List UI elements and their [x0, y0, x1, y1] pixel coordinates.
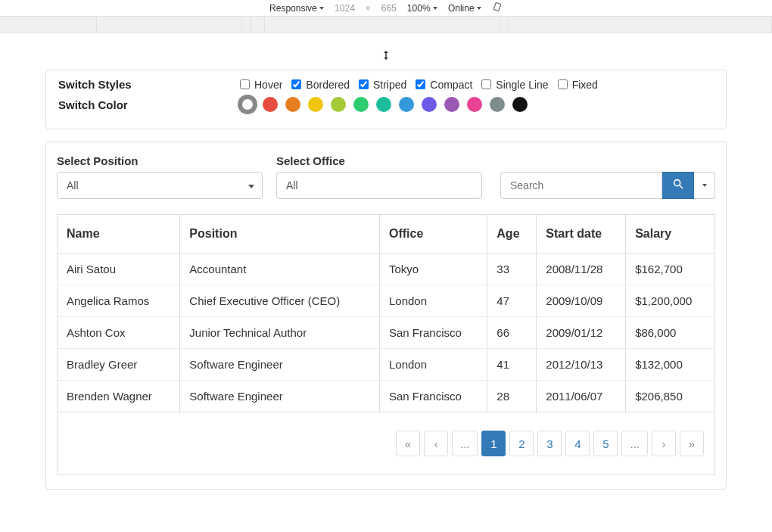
office-select[interactable]: All: [276, 172, 482, 199]
page-2[interactable]: 2: [509, 431, 534, 456]
style-option-label: Compact: [430, 79, 472, 91]
svg-rect-0: [493, 2, 501, 11]
style-option-hover[interactable]: Hover: [240, 79, 282, 91]
search-input[interactable]: [500, 172, 662, 199]
switch-styles-label: Switch Styles: [58, 78, 232, 91]
style-checkbox[interactable]: [240, 79, 250, 89]
table-cell: $1,200,000: [626, 285, 715, 317]
style-checkbox[interactable]: [416, 79, 425, 89]
page-ellipsis[interactable]: ...: [452, 431, 478, 456]
position-select-value: All: [67, 179, 79, 191]
svg-point-2: [674, 180, 680, 186]
table-cell: Software Engineer: [180, 349, 380, 381]
table-row: Angelica RamosChief Executive Officer (C…: [58, 285, 715, 317]
color-swatch[interactable]: [376, 97, 391, 112]
search-dropdown-toggle[interactable]: [694, 172, 715, 199]
table-row: Brenden WagnerSoftware EngineerSan Franc…: [58, 381, 715, 412]
table-header-cell[interactable]: Age: [487, 215, 537, 254]
table-cell: $162,700: [626, 254, 715, 285]
table-header-cell[interactable]: Salary: [626, 215, 715, 254]
table-header-cell[interactable]: Position: [180, 215, 380, 254]
table-row: Bradley GreerSoftware EngineerLondon4120…: [58, 349, 715, 381]
table-cell: 2011/06/07: [537, 381, 626, 412]
color-swatch[interactable]: [285, 97, 300, 112]
table-row: Airi SatouAccountantTokyo332008/11/28$16…: [58, 254, 715, 285]
chevron-down-icon: [248, 179, 254, 191]
page-1[interactable]: 1: [481, 431, 506, 456]
table-cell: 2009/10/09: [537, 285, 626, 317]
zoom-select[interactable]: 100%: [407, 3, 437, 14]
resize-handle-icon[interactable]: [381, 50, 391, 63]
devtools-device-bar: Responsive 1024 × 665 100% Online: [0, 0, 772, 17]
style-option-label: Fixed: [572, 79, 598, 91]
office-filter-label: Select Office: [276, 154, 482, 167]
search-icon: [672, 178, 684, 193]
color-swatch[interactable]: [467, 97, 482, 112]
color-swatch[interactable]: [512, 97, 528, 112]
page-prev[interactable]: ‹: [424, 431, 448, 456]
table-cell: 2008/11/28: [537, 254, 626, 285]
page-last[interactable]: »: [680, 431, 704, 456]
throttling-select[interactable]: Online: [448, 3, 481, 14]
device-select[interactable]: Responsive: [269, 3, 324, 14]
viewport-height[interactable]: 665: [381, 3, 397, 14]
style-checkbox[interactable]: [291, 79, 301, 89]
rotate-icon[interactable]: [492, 2, 503, 14]
table-body: Airi SatouAccountantTokyo332008/11/28$16…: [58, 254, 715, 412]
page-3[interactable]: 3: [537, 431, 562, 456]
table-cell: Tokyo: [379, 254, 487, 285]
ruler-strip: [0, 17, 772, 33]
position-filter-label: Select Position: [57, 154, 263, 167]
table-header-cell[interactable]: Name: [58, 215, 180, 254]
search-button[interactable]: [662, 172, 694, 199]
color-swatch-group: [240, 97, 528, 112]
color-swatch[interactable]: [263, 97, 278, 112]
style-option-label: Striped: [373, 79, 406, 91]
data-table-wrap: NamePositionOfficeAgeStart dateSalary Ai…: [57, 214, 715, 475]
switch-styles-panel: Switch Styles HoverBorderedStripedCompac…: [45, 70, 727, 129]
style-checkbox[interactable]: [481, 79, 491, 89]
office-filter: Select Office All: [276, 154, 482, 199]
style-checkbox[interactable]: [558, 79, 568, 89]
table-cell: $86,000: [626, 317, 715, 349]
color-swatch[interactable]: [240, 97, 255, 112]
table-cell: Angelica Ramos: [58, 285, 180, 317]
style-option-single-line[interactable]: Single Line: [481, 79, 548, 91]
color-swatch[interactable]: [399, 97, 414, 112]
position-select[interactable]: All: [57, 172, 263, 199]
color-swatch[interactable]: [308, 97, 323, 112]
page-next[interactable]: ›: [652, 431, 676, 456]
filters-row: Select Position All Select Office All: [57, 154, 715, 199]
svg-line-3: [680, 185, 683, 188]
table-cell: 2009/01/12: [537, 317, 626, 349]
table-cell: 47: [487, 285, 537, 317]
pagination: «‹...12345...›»: [396, 431, 704, 456]
color-swatch[interactable]: [422, 97, 437, 112]
table-cell: Brenden Wagner: [58, 381, 180, 412]
table-cell: Accountant: [180, 254, 380, 285]
page-4[interactable]: 4: [565, 431, 590, 456]
color-swatch[interactable]: [331, 97, 346, 112]
color-swatch[interactable]: [444, 97, 459, 112]
table-header-cell[interactable]: Start date: [537, 215, 626, 254]
search-group: [500, 172, 715, 199]
color-swatch[interactable]: [490, 97, 505, 112]
style-option-compact[interactable]: Compact: [416, 79, 472, 91]
switch-color-label: Switch Color: [58, 98, 232, 111]
table-header-cell[interactable]: Office: [379, 215, 487, 254]
style-option-bordered[interactable]: Bordered: [291, 79, 350, 91]
style-option-striped[interactable]: Striped: [359, 79, 406, 91]
table-cell: Ashton Cox: [58, 317, 180, 349]
data-table: NamePositionOfficeAgeStart dateSalary Ai…: [57, 214, 715, 412]
viewport-width[interactable]: 1024: [335, 3, 355, 14]
table-cell: San Francisco: [379, 317, 487, 349]
page-first[interactable]: «: [396, 431, 420, 456]
style-option-fixed[interactable]: Fixed: [558, 79, 598, 91]
style-checkbox-group: HoverBorderedStripedCompactSingle LineFi…: [240, 79, 598, 91]
color-swatch[interactable]: [353, 97, 369, 112]
table-cell: London: [379, 285, 487, 317]
style-checkbox[interactable]: [359, 79, 369, 89]
table-cell: 66: [487, 317, 537, 349]
page-ellipsis[interactable]: ...: [621, 431, 648, 456]
page-5[interactable]: 5: [593, 431, 618, 456]
